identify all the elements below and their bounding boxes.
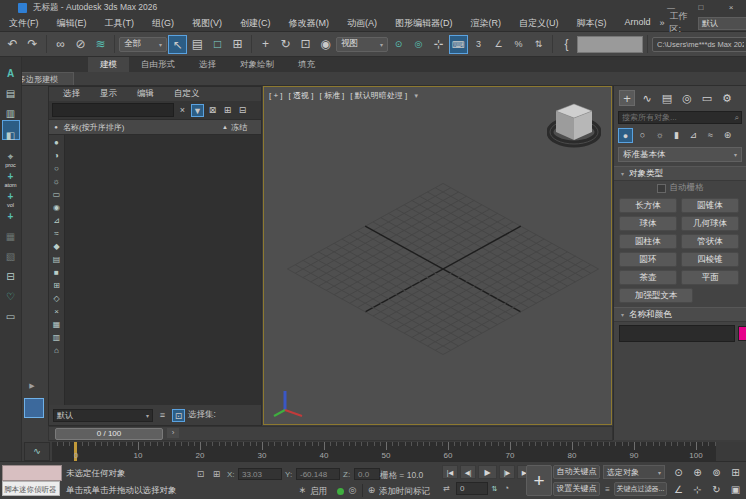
select-by-name-icon[interactable]: ▤ xyxy=(188,35,207,54)
viewport-filter-icon[interactable]: ▼ xyxy=(413,93,419,99)
rectangular-selection-region-icon[interactable]: □ xyxy=(208,35,227,54)
object-name-input[interactable] xyxy=(619,325,735,342)
zoom-extents-all-icon[interactable]: ⊞ xyxy=(727,465,744,480)
reference-coordinate-dropdown[interactable]: 视图 ▾ xyxy=(336,37,388,52)
select-and-place-icon[interactable]: ◉ xyxy=(316,35,335,54)
previous-frame-button[interactable]: ◀| xyxy=(460,465,476,479)
explorer-display-toggle-icon[interactable]: ▭ xyxy=(51,189,63,200)
primitive-button[interactable]: 几何球体 xyxy=(681,216,739,231)
ribbon-tab[interactable]: 填充 xyxy=(286,57,327,72)
scene-explorer-menu-item[interactable]: 编辑 xyxy=(127,88,164,100)
scene-explorer-list[interactable]: ●◑○☼▭◉⊿≈◆▤■⊞◇×▦▥⌂ xyxy=(49,135,261,405)
next-frame-nub[interactable]: › xyxy=(167,428,179,438)
workspace-dropdown[interactable]: 默认 ▾ xyxy=(698,17,746,30)
left-toolbar-icon[interactable]: ⊟ xyxy=(2,263,20,280)
name-and-color-rollout[interactable]: ▾ 名称和颜色 xyxy=(614,307,746,322)
explorer-display-toggle-icon[interactable]: ▥ xyxy=(51,332,63,343)
track-bar[interactable]: 0102030405060708090100 xyxy=(52,442,716,461)
menu-item[interactable]: 脚本(S) xyxy=(568,17,616,30)
angle-snap-icon[interactable]: ∠ xyxy=(489,35,508,54)
left-toolbar-icon[interactable]: ⌖ xyxy=(2,143,20,160)
key-selection-dropdown[interactable]: 选定对象 ▾ xyxy=(603,465,665,479)
maxscript-listener-label[interactable]: 脚本迷你侦听器 xyxy=(2,481,60,496)
percent-snap-icon[interactable]: % xyxy=(509,35,528,54)
menu-item[interactable]: 图形编辑器(D) xyxy=(386,17,462,30)
bind-to-space-warp-icon[interactable]: ≋ xyxy=(91,35,110,54)
current-frame-field[interactable] xyxy=(456,482,488,495)
x-coordinate-field[interactable]: 33.03 xyxy=(238,468,282,480)
explorer-display-toggle-icon[interactable]: ○ xyxy=(51,163,63,174)
explorer-display-toggle-icon[interactable]: ≈ xyxy=(51,228,63,239)
absolute-offset-toggle-icon[interactable]: ⊞ xyxy=(210,468,223,481)
zoom-extents-icon[interactable]: ⊚ xyxy=(708,465,725,480)
time-slider[interactable]: 0 / 100 › xyxy=(48,426,613,441)
undo-icon[interactable]: ↶ xyxy=(3,35,22,54)
primitive-button[interactable]: 平面 xyxy=(681,270,739,285)
viewport-menu-pov[interactable]: [ 透视 ] xyxy=(289,90,314,101)
menu-item[interactable]: 工具(T) xyxy=(96,17,144,30)
view-cube[interactable] xyxy=(547,97,601,149)
select-and-link-icon[interactable]: ∞ xyxy=(51,35,70,54)
zoom-icon[interactable]: ⊙ xyxy=(670,465,687,480)
create-tab-icon[interactable]: + xyxy=(619,90,635,106)
ribbon-tab[interactable]: 对象绘制 xyxy=(228,57,286,72)
primitive-button[interactable]: 圆锥体 xyxy=(681,198,739,213)
maxscript-listener-input[interactable] xyxy=(2,465,62,481)
menu-item[interactable]: 创建(C) xyxy=(231,17,280,30)
edit-named-selection-sets-icon[interactable]: { xyxy=(557,35,576,54)
spinner-snap-icon[interactable]: ⇅ xyxy=(529,35,548,54)
ribbon-tab[interactable]: 建模 xyxy=(88,57,129,72)
use-selection-center-icon[interactable]: ◎ xyxy=(409,35,428,54)
menu-item[interactable]: Arnold xyxy=(616,17,660,30)
key-filters-button[interactable]: 关键点过滤器... xyxy=(614,482,667,496)
primitive-button[interactable]: 球体 xyxy=(619,216,677,231)
primitive-button[interactable]: 圆环 xyxy=(619,252,677,267)
explorer-display-toggle-icon[interactable]: ◆ xyxy=(51,241,63,252)
viewport-layout-tab[interactable] xyxy=(24,398,44,418)
left-toolbar-icon[interactable]: ▥ xyxy=(2,100,20,117)
primitive-button[interactable]: 圆柱体 xyxy=(619,234,677,249)
use-pivot-center-icon[interactable]: ⊙ xyxy=(389,35,408,54)
time-configuration-icon[interactable]: ◔ xyxy=(500,482,513,495)
utilities-tab-icon[interactable]: ⚙ xyxy=(719,90,735,106)
snaps-toggle-icon[interactable]: 3 xyxy=(469,35,488,54)
zoom-all-icon[interactable]: ⊕ xyxy=(689,465,706,480)
left-toolbar-icon[interactable]: atom + xyxy=(2,183,20,200)
name-column-header[interactable]: 名称(按升序排序) xyxy=(63,122,222,133)
menu-item[interactable]: 编辑(E) xyxy=(48,17,96,30)
field-of-view-icon[interactable]: ∠ xyxy=(670,482,687,497)
menu-item[interactable]: 自定义(U) xyxy=(510,17,568,30)
clear-search-icon[interactable]: × xyxy=(176,104,189,117)
ribbon-tab[interactable]: 自由形式 xyxy=(129,57,187,72)
display-tab-icon[interactable]: ▭ xyxy=(699,90,715,106)
systems-category-icon[interactable]: ⊛ xyxy=(720,128,735,143)
explorer-display-toggle-icon[interactable]: ◇ xyxy=(51,293,63,304)
explorer-display-toggle-icon[interactable]: × xyxy=(51,306,63,317)
menu-overflow-icon[interactable]: » xyxy=(660,18,665,28)
perspective-viewport[interactable]: [ + ] [ 透视 ] [ 标准 ] [ 默认明暗处理 ] ▼ xyxy=(263,86,612,425)
select-and-manipulate-icon[interactable]: ⊹ xyxy=(429,35,448,54)
selection-filter-dropdown[interactable]: 全部 ▾ xyxy=(119,37,167,52)
left-toolbar-icon[interactable]: ▤ xyxy=(2,80,20,97)
orbit-icon[interactable]: ↻ xyxy=(708,482,725,497)
scene-explorer-menu-item[interactable]: 自定义 xyxy=(164,88,210,100)
explorer-display-toggle-icon[interactable]: ◑ xyxy=(51,150,63,161)
ribbon-tab[interactable]: 选择 xyxy=(187,57,228,72)
menu-item[interactable]: 组(G) xyxy=(143,17,183,30)
geometry-category-icon[interactable]: ● xyxy=(618,128,633,143)
project-folder-dropdown[interactable]: C:\Users\me***ds Max 2026 ▾ xyxy=(652,37,746,52)
menu-item[interactable]: 视图(V) xyxy=(183,17,231,30)
menu-item[interactable]: 修改器(M) xyxy=(280,17,339,30)
left-toolbar-icon[interactable]: ▧ xyxy=(2,243,20,260)
menu-item[interactable]: 渲染(R) xyxy=(462,17,511,30)
explorer-display-toggle-icon[interactable]: ⌂ xyxy=(51,345,63,356)
pan-icon[interactable]: ⊹ xyxy=(689,482,706,497)
primitive-button[interactable]: 茶壶 xyxy=(619,270,677,285)
primitive-button[interactable]: 四棱锥 xyxy=(681,252,739,267)
primitive-button[interactable]: 管状体 xyxy=(681,234,739,249)
left-toolbar-icon[interactable]: ▦ xyxy=(2,223,20,240)
left-toolbar-icon[interactable]: ▭ xyxy=(2,303,20,320)
add-time-tag-button[interactable]: 添加时间标记 xyxy=(379,486,430,498)
go-to-start-button[interactable]: |◀ xyxy=(442,465,458,479)
scene-explorer-menu-item[interactable]: 显示 xyxy=(90,88,127,100)
